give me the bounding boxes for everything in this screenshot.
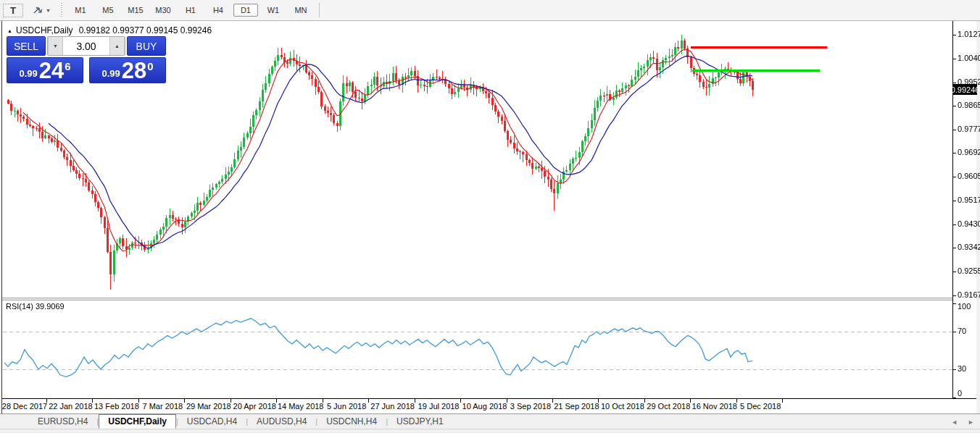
time-axis-tick: [323, 399, 323, 403]
timeframe-button-m5[interactable]: M5: [96, 4, 120, 17]
chart-tab-usdcad-h4[interactable]: USDCAD,H4: [178, 414, 246, 429]
timeframe-button-w1[interactable]: W1: [261, 4, 286, 17]
status-bar: [0, 429, 980, 433]
time-axis-label: 5 Dec 2018: [740, 402, 781, 411]
time-axis-label: 3 Sep 2018: [510, 402, 551, 411]
text-tool-button[interactable]: T: [3, 4, 23, 17]
arrows-icon: [32, 5, 43, 15]
time-axis-tick: [276, 399, 277, 403]
chart-tab-usdjpy-h1[interactable]: USDJPY,H1: [388, 414, 452, 429]
price-axis-label: 0.98650: [958, 101, 980, 109]
tab-scroll-controls: ◄ ►: [951, 414, 974, 429]
time-axis-label: 28 Dec 2017: [2, 402, 47, 411]
price-axis-tick: [953, 177, 956, 177]
price-axis-label: 1.01275: [958, 30, 980, 38]
pane-splitter[interactable]: [2, 298, 952, 300]
spinner-up-icon: ▲: [115, 43, 120, 49]
price-axis-tick: [953, 59, 956, 59]
time-axis-tick: [138, 399, 139, 403]
volume-decrease-button[interactable]: ▼: [48, 37, 63, 55]
toolbar: T ▼ M1M5M15M30H1H4D1W1MN: [0, 0, 980, 21]
price-axis-tick: [953, 224, 956, 225]
tab-scroll-right-button[interactable]: ►: [968, 419, 974, 426]
timeframe-button-m1[interactable]: M1: [68, 4, 93, 17]
text-tool-icon: T: [10, 5, 16, 16]
volume-control: ▼ 3.00 ▲: [47, 36, 125, 56]
time-axis-label: 7 Mar 2018: [143, 402, 183, 411]
rsi-axis-label: 100: [958, 302, 971, 311]
time-axis[interactable]: 28 Dec 201722 Jan 201813 Feb 20187 Mar 2…: [2, 398, 976, 413]
price-axis-label: 0.92550: [958, 266, 980, 275]
time-axis-label: 5 Jun 2018: [327, 402, 366, 411]
time-axis-label: 10 Oct 2018: [601, 402, 644, 411]
price-axis-label: 0.97775: [958, 125, 980, 133]
price-axis-tick: [953, 83, 956, 83]
toolbar-grip[interactable]: [61, 3, 62, 17]
timeframe-button-m30[interactable]: M30: [151, 4, 175, 17]
time-axis-tick: [415, 399, 415, 403]
time-axis-label: 27 Jun 2018: [370, 402, 415, 411]
rsi-indicator-canvas[interactable]: [3, 300, 952, 398]
buy-price-display[interactable]: 0.99280: [89, 57, 166, 83]
dropdown-caret-icon: ▼: [46, 8, 51, 13]
time-axis-tick: [690, 399, 691, 403]
time-axis-tick: [231, 399, 231, 403]
time-axis-tick: [460, 399, 461, 403]
time-axis-tick: [184, 399, 185, 403]
time-axis-label: 29 Oct 2018: [647, 402, 690, 411]
time-axis-label: 22 Jan 2018: [49, 402, 93, 411]
sell-button[interactable]: SELL: [7, 36, 46, 56]
price-axis-label: 0.91675: [958, 290, 980, 299]
arrows-tool-button[interactable]: ▼: [30, 2, 53, 18]
sell-price-prefix: 0.99: [19, 68, 37, 79]
time-axis-tick: [598, 399, 599, 403]
rsi-axis-label: 30: [958, 364, 966, 373]
timeframe-button-d1[interactable]: D1: [233, 4, 258, 17]
timeframe-button-h1[interactable]: H1: [178, 4, 203, 17]
time-axis-tick: [782, 399, 783, 403]
rsi-axis-tick: [953, 369, 956, 370]
chart-tab-usdcnh-h4[interactable]: USDCNH,H4: [317, 414, 386, 429]
tab-scroll-left-button[interactable]: ◄: [951, 419, 958, 426]
chart-tab-audusd-h4[interactable]: AUDUSD,H4: [248, 414, 315, 429]
price-axis-label: 0.96925: [958, 148, 980, 156]
price-axis-tick: [953, 248, 956, 248]
time-axis-tick: [644, 399, 645, 403]
time-axis-label: 10 Aug 2018: [462, 402, 507, 411]
one-click-trading-panel: SELL ▼ 3.00 ▲ BUY 0.99246 0.99280: [7, 36, 166, 83]
timeframe-button-m15[interactable]: M15: [123, 4, 148, 17]
price-axis-label: 0.94300: [958, 219, 980, 228]
timeframe-buttons: M1M5M15M30H1H4D1W1MN: [67, 4, 315, 17]
rsi-axis-label: 70: [958, 327, 966, 335]
price-axis-tick: [953, 272, 956, 272]
sell-price-main: 24: [39, 60, 64, 82]
chart-tab-usdchf-daily[interactable]: USDCHF,Daily: [99, 414, 176, 429]
price-axis-label: 0.95175: [958, 196, 980, 204]
buy-price-sup: 0: [147, 60, 153, 72]
terminal-window: { "icons": { "text_tool": "T", "dropdown…: [0, 0, 980, 433]
rsi-axis-tick: [953, 303, 956, 304]
time-axis-label: 13 Feb 2018: [94, 402, 139, 411]
buy-button[interactable]: BUY: [127, 36, 166, 56]
price-axis-tick: [953, 35, 956, 35]
collapse-icon: ▲: [7, 28, 12, 33]
time-axis-tick: [736, 399, 737, 403]
chart-tab-eurusd-h4[interactable]: EURUSD,H4: [29, 414, 96, 429]
sell-price-display[interactable]: 0.99246: [7, 57, 83, 83]
time-axis-tick: [368, 399, 369, 403]
price-axis-tick: [953, 106, 956, 106]
price-axis[interactable]: 1.012751.004000.995250.986500.977750.969…: [952, 21, 976, 413]
timeframe-button-h4[interactable]: H4: [206, 4, 231, 17]
volume-increase-button[interactable]: ▲: [109, 37, 125, 55]
time-axis-tick: [552, 399, 553, 403]
chart-ohlc-values: 0.99182 0.99377 0.99145 0.99246: [79, 25, 212, 35]
price-axis-tick: [953, 153, 956, 154]
timeframe-button-mn[interactable]: MN: [288, 4, 313, 17]
chart-title: ▲ USDCHF,Daily 0.99182 0.99377 0.99145 0…: [7, 25, 212, 35]
volume-input[interactable]: 3.00: [63, 37, 109, 55]
price-axis-tick: [953, 295, 956, 296]
buy-price-main: 28: [122, 60, 146, 82]
rsi-axis-label: 0: [958, 389, 962, 398]
time-axis-label: 19 Jul 2018: [418, 402, 460, 411]
chart-window: ▲ USDCHF,Daily 0.99182 0.99377 0.99145 0…: [1, 21, 976, 413]
